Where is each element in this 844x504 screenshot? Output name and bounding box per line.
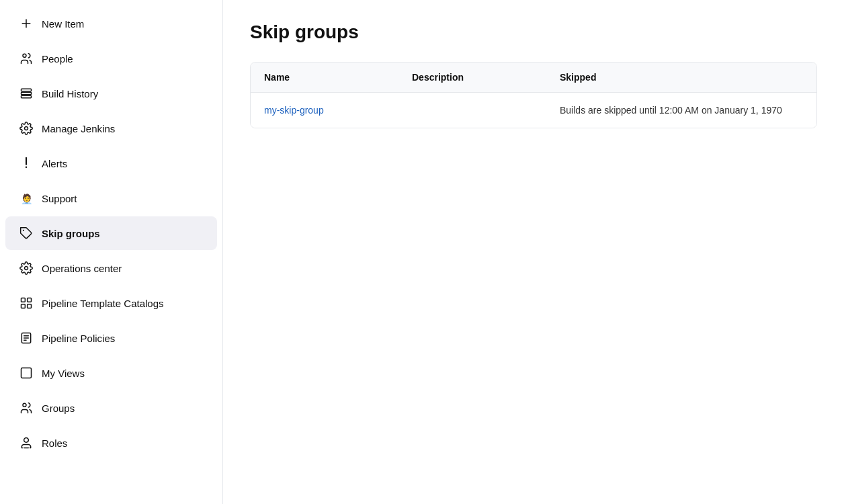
my-views-icon — [19, 366, 34, 380]
sidebar-item-operations-center[interactable]: Operations center — [5, 251, 217, 285]
sidebar-item-pipeline-policies[interactable]: Pipeline Policies — [5, 321, 217, 355]
people-icon — [19, 51, 34, 66]
groups-icon — [19, 401, 34, 415]
svg-point-8 — [26, 167, 28, 169]
sidebar-item-skip-groups[interactable]: Skip groups — [5, 216, 217, 250]
svg-point-2 — [23, 54, 26, 57]
sidebar: New Item People Build History Manage Jen… — [0, 0, 223, 504]
build-history-icon — [19, 86, 34, 101]
sidebar-item-label: New Item — [42, 18, 84, 30]
sidebar-item-label: Alerts — [42, 158, 67, 169]
svg-rect-14 — [22, 304, 26, 308]
sidebar-item-label: Pipeline Template Catalogs — [42, 298, 164, 309]
skip-icon — [19, 226, 34, 241]
alert-icon — [19, 156, 34, 171]
page-title: Skip groups — [250, 22, 817, 43]
cell-skipped: Builds are skipped until 12:00 AM on Jan… — [560, 105, 803, 116]
plus-icon — [19, 16, 34, 31]
svg-rect-20 — [22, 368, 32, 378]
column-description: Description — [412, 72, 560, 83]
svg-rect-5 — [22, 95, 32, 97]
sidebar-item-groups[interactable]: Groups — [5, 391, 217, 425]
sidebar-item-alerts[interactable]: Alerts — [5, 146, 217, 180]
column-name: Name — [264, 72, 412, 83]
svg-text:🧑‍💼: 🧑‍💼 — [21, 193, 33, 205]
sidebar-item-people[interactable]: People — [5, 42, 217, 75]
sidebar-item-support[interactable]: 🧑‍💼 Support — [5, 181, 217, 215]
gear-icon — [19, 121, 34, 136]
svg-point-11 — [25, 267, 28, 270]
sidebar-item-manage-jenkins[interactable]: Manage Jenkins — [5, 112, 217, 145]
svg-rect-13 — [28, 298, 32, 302]
operations-icon — [19, 261, 34, 276]
sidebar-item-label: Manage Jenkins — [42, 123, 115, 134]
sidebar-item-label: People — [42, 53, 73, 65]
main-content: Skip groups Name Description Skipped my-… — [223, 0, 844, 504]
svg-rect-15 — [28, 304, 32, 308]
skip-groups-table: Name Description Skipped my-skip-group B… — [250, 62, 817, 128]
svg-point-6 — [25, 127, 28, 130]
sidebar-item-label: Groups — [42, 403, 75, 414]
sidebar-item-label: Roles — [42, 437, 67, 449]
sidebar-item-pipeline-template-catalogs[interactable]: Pipeline Template Catalogs — [5, 286, 217, 320]
sidebar-item-label: Skip groups — [42, 228, 100, 239]
support-icon: 🧑‍💼 — [19, 191, 34, 206]
pipeline-policies-icon — [19, 331, 34, 345]
sidebar-item-new-item[interactable]: New Item — [5, 7, 217, 40]
pipeline-template-icon — [19, 296, 34, 310]
column-skipped: Skipped — [560, 72, 803, 83]
svg-rect-4 — [22, 92, 32, 94]
sidebar-item-build-history[interactable]: Build History — [5, 77, 217, 110]
sidebar-item-label: Build History — [42, 88, 98, 99]
sidebar-item-label: My Views — [42, 368, 85, 379]
sidebar-item-label: Operations center — [42, 263, 122, 274]
svg-rect-12 — [22, 298, 26, 302]
roles-icon — [19, 435, 34, 450]
svg-point-21 — [23, 403, 26, 407]
table-row: my-skip-group Builds are skipped until 1… — [251, 93, 816, 128]
cell-name[interactable]: my-skip-group — [264, 105, 412, 116]
sidebar-item-label: Pipeline Policies — [42, 333, 115, 344]
svg-point-22 — [24, 438, 29, 443]
sidebar-item-my-views[interactable]: My Views — [5, 356, 217, 390]
sidebar-item-label: Support — [42, 193, 77, 204]
table-header: Name Description Skipped — [251, 62, 816, 93]
sidebar-item-roles[interactable]: Roles — [5, 426, 217, 460]
svg-rect-3 — [22, 89, 32, 91]
